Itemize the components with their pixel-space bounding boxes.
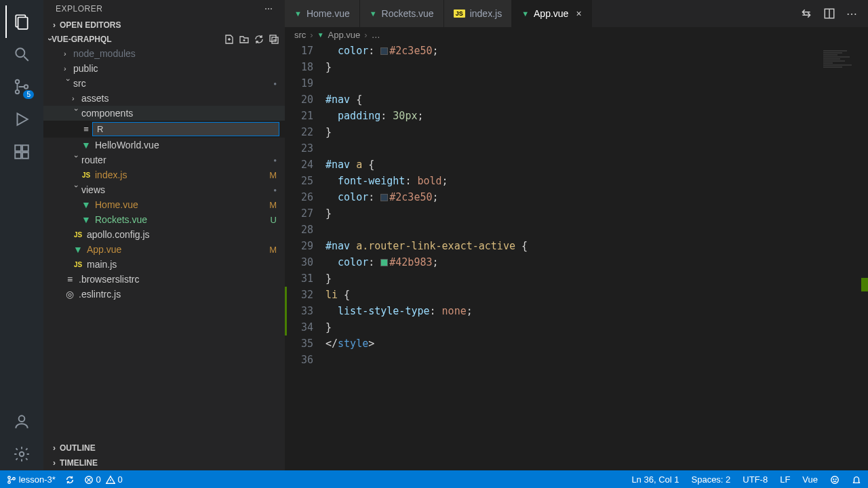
explorer-icon[interactable] — [5, 5, 38, 38]
file-eslintrc[interactable]: ◎.eslintrc.js — [43, 287, 285, 302]
folder-public[interactable]: ›public — [43, 61, 285, 76]
collapse-all-icon[interactable] — [269, 34, 279, 45]
new-folder-icon[interactable] — [239, 34, 250, 45]
overview-ruler — [859, 43, 868, 470]
settings-gear-icon[interactable] — [5, 438, 38, 470]
svg-point-18 — [8, 476, 11, 479]
search-icon[interactable] — [5, 38, 38, 70]
svg-rect-10 — [15, 152, 21, 159]
folder-router[interactable]: ›router● — [43, 152, 285, 167]
svg-rect-11 — [22, 152, 28, 159]
tab-home-vue[interactable]: ▼Home.vue — [285, 0, 360, 27]
svg-rect-1 — [18, 18, 28, 29]
code-content[interactable]: color: #2c3e50;} #nav { padding: 30px;} … — [326, 43, 868, 470]
folder-assets[interactable]: ›assets — [43, 91, 285, 106]
project-root[interactable]: › VUE-GRAPHQL — [43, 33, 285, 46]
svg-point-4 — [16, 80, 19, 83]
outline-section[interactable]: › OUTLINE — [43, 441, 285, 455]
line-numbers: 1718192021222324252627282930313233343536 — [285, 43, 326, 470]
vue-icon: ▼ — [294, 9, 302, 18]
refresh-icon[interactable] — [254, 34, 264, 45]
status-bar: lesson-3* 0 0 Ln 36, Col 1 Spaces: 2 UTF… — [0, 470, 868, 488]
sidebar-title: EXPLORER — [56, 4, 102, 14]
new-file-input-row: ≡ — [43, 121, 285, 138]
sync-icon[interactable] — [65, 474, 75, 485]
vue-icon: ▼ — [317, 31, 324, 39]
file-app-vue[interactable]: ▼App.vueM — [43, 242, 285, 257]
more-actions-icon[interactable]: ⋯ — [846, 7, 857, 20]
code-editor[interactable]: 1718192021222324252627282930313233343536… — [285, 43, 868, 470]
svg-rect-8 — [15, 145, 21, 151]
compare-changes-icon[interactable] — [800, 7, 812, 20]
folder-components[interactable]: ›components — [43, 106, 285, 121]
file-tree: ›node_modules ›public ›src● ›assets ›com… — [43, 46, 285, 441]
svg-point-22 — [831, 476, 839, 483]
svg-point-23 — [833, 479, 834, 479]
debug-icon[interactable] — [5, 103, 38, 136]
explorer-sidebar: EXPLORER ⋯ › OPEN EDITORS › VUE-GRAPHQL … — [43, 0, 285, 470]
js-icon: JS — [454, 9, 465, 18]
svg-rect-9 — [22, 145, 28, 151]
folder-views[interactable]: ›views● — [43, 182, 285, 197]
account-icon[interactable] — [5, 405, 38, 438]
new-file-icon[interactable] — [224, 34, 235, 45]
file-apollo-config[interactable]: JSapollo.config.js — [43, 227, 285, 242]
file-helloworld[interactable]: ▼HelloWorld.vue — [43, 138, 285, 152]
tab-bar: ▼Home.vue ▼Rockets.vue JSindex.js ▼App.v… — [285, 0, 868, 27]
tab-rockets-vue[interactable]: ▼Rockets.vue — [360, 0, 444, 27]
tab-index-js[interactable]: JSindex.js — [444, 0, 512, 27]
svg-point-13 — [20, 452, 24, 457]
svg-point-6 — [24, 85, 28, 88]
vue-icon: ▼ — [521, 9, 529, 18]
svg-marker-7 — [18, 113, 28, 125]
eol[interactable]: LF — [780, 474, 790, 485]
indent-setting[interactable]: Spaces: 2 — [692, 474, 731, 485]
language-mode[interactable]: Vue — [802, 474, 818, 485]
close-icon[interactable]: × — [576, 8, 581, 19]
chevron-right-icon: › — [49, 458, 60, 468]
folder-src[interactable]: ›src● — [43, 76, 285, 91]
chevron-down-icon: › — [45, 38, 55, 41]
chevron-right-icon: › — [49, 20, 60, 30]
svg-point-2 — [16, 48, 24, 57]
svg-rect-14 — [270, 35, 276, 41]
problems[interactable]: 0 0 — [84, 474, 123, 485]
timeline-section[interactable]: › TIMELINE — [43, 455, 285, 470]
scm-badge: 5 — [23, 90, 34, 99]
file-router-index[interactable]: JSindex.jsM — [43, 167, 285, 182]
file-main-js[interactable]: JSmain.js — [43, 257, 285, 272]
activity-bar: 5 — [0, 0, 43, 470]
feedback-icon[interactable] — [830, 474, 840, 485]
vue-icon: ▼ — [370, 9, 377, 18]
breadcrumb[interactable]: src › ▼ App.vue › … — [285, 27, 868, 43]
editor-area: ▼Home.vue ▼Rockets.vue JSindex.js ▼App.v… — [285, 0, 868, 470]
extensions-icon[interactable] — [5, 136, 38, 168]
new-file-name-input[interactable] — [92, 122, 279, 136]
file-browserslistrc[interactable]: ≡.browserslistrc — [43, 272, 285, 287]
tab-app-vue[interactable]: ▼App.vue× — [512, 0, 591, 27]
svg-point-12 — [19, 415, 25, 422]
svg-point-20 — [13, 477, 16, 480]
svg-point-5 — [16, 90, 19, 94]
notifications-icon[interactable] — [852, 474, 861, 485]
git-branch[interactable]: lesson-3* — [7, 474, 56, 485]
file-home-vue[interactable]: ▼Home.vueM — [43, 197, 285, 212]
folder-node-modules[interactable]: ›node_modules — [43, 46, 285, 61]
open-editors-section[interactable]: › OPEN EDITORS — [43, 18, 285, 33]
source-control-icon[interactable]: 5 — [5, 70, 38, 103]
split-editor-icon[interactable] — [823, 7, 835, 20]
cursor-position[interactable]: Ln 36, Col 1 — [631, 474, 679, 485]
chevron-right-icon: › — [49, 443, 60, 453]
svg-point-19 — [8, 481, 11, 483]
sidebar-more-icon[interactable]: ⋯ — [264, 4, 273, 14]
svg-line-3 — [24, 56, 28, 61]
file-rockets-vue[interactable]: ▼Rockets.vueU — [43, 212, 285, 227]
file-icon: ≡ — [80, 124, 92, 134]
svg-point-24 — [835, 479, 836, 479]
encoding[interactable]: UTF-8 — [743, 474, 768, 485]
